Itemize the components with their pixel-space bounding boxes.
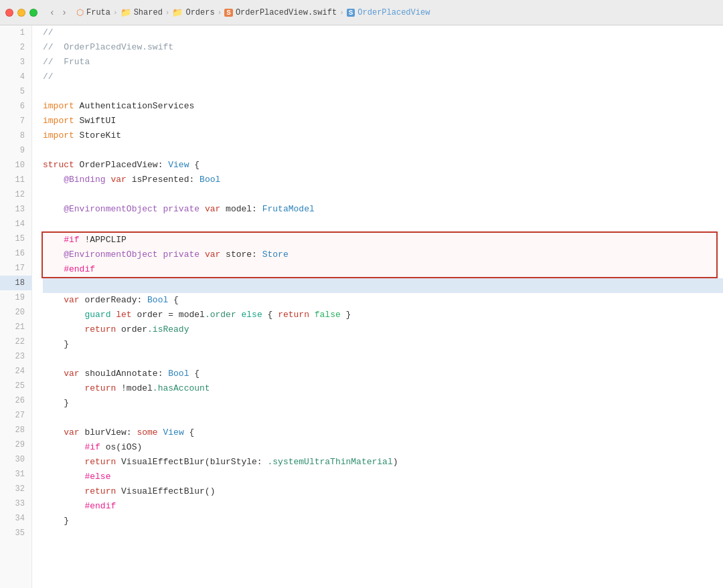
line-number-22: 22 (0, 334, 31, 349)
breadcrumb-swift-file-label: OrderPlacedView.swift (236, 8, 337, 17)
code-line-25[interactable]: return !model.hasAccount (43, 381, 723, 396)
titlebar: ‹ › ⬡ Fruta › 📁 Shared › 📁 Orders › S Or… (0, 0, 723, 25)
code-line-13[interactable]: @EnvironmentObject private var model: Fr… (43, 202, 723, 217)
breadcrumb-orders[interactable]: 📁 Orders (172, 7, 214, 18)
line-number-24: 24 (0, 364, 31, 379)
forward-arrow[interactable]: › (59, 7, 70, 18)
code-line-5[interactable] (43, 84, 723, 99)
line-number-27: 27 (0, 408, 31, 423)
line-number-23: 23 (0, 349, 31, 364)
code-line-35[interactable] (43, 528, 723, 543)
line-number-25: 25 (0, 379, 31, 393)
breadcrumb-fruta-label: Fruta (86, 8, 110, 17)
shared-folder-icon: 📁 (120, 7, 131, 18)
code-line-20[interactable]: guard let order = model.order else { ret… (43, 308, 723, 322)
code-line-17[interactable]: #endif (43, 262, 716, 277)
breadcrumb-fruta[interactable]: ⬡ Fruta (76, 7, 110, 18)
breadcrumb-orders-label: Orders (185, 8, 214, 17)
line-number-30: 30 (0, 452, 31, 467)
breadcrumb-shared-label: Shared (134, 8, 163, 17)
breadcrumb-sep-1: › (113, 9, 118, 17)
line-number-33: 33 (0, 496, 31, 511)
code-line-27[interactable] (43, 411, 723, 425)
line-number-35: 35 (0, 526, 31, 541)
code-content[interactable]: //// OrderPlacedView.swift// Fruta// imp… (32, 25, 723, 588)
code-line-34[interactable]: } (43, 514, 723, 528)
code-line-2[interactable]: // OrderPlacedView.swift (43, 40, 723, 55)
minimize-button[interactable] (17, 9, 25, 17)
line-number-12: 12 (0, 187, 31, 202)
line-number-3: 3 (0, 55, 31, 70)
line-number-20: 20 (0, 305, 31, 320)
breadcrumb-sep-2: › (165, 9, 170, 17)
line-numbers-gutter: 1234567891011121314151617181920212223242… (0, 25, 32, 588)
line-number-5: 5 (0, 84, 31, 99)
code-line-19[interactable]: var orderReady: Bool { (43, 293, 723, 308)
code-line-8[interactable]: import StoreKit (43, 128, 723, 143)
breadcrumb: ⬡ Fruta › 📁 Shared › 📁 Orders › S OrderP… (76, 7, 430, 18)
highlighted-block: #if !APPCLIP @EnvironmentObject private … (42, 231, 718, 278)
code-line-29[interactable]: #if os(iOS) (43, 440, 723, 455)
code-editor: 1234567891011121314151617181920212223242… (0, 25, 723, 588)
code-line-6[interactable]: import AuthenticationServices (43, 99, 723, 114)
code-line-21[interactable]: return order.isReady (43, 322, 723, 337)
line-number-34: 34 (0, 511, 31, 526)
code-line-33[interactable]: #endif (43, 499, 723, 514)
line-number-15: 15 (0, 231, 31, 246)
line-number-19: 19 (0, 290, 31, 305)
code-line-31[interactable]: #else (43, 470, 723, 484)
breadcrumb-sep-4: › (339, 9, 344, 17)
code-line-3[interactable]: // Fruta (43, 55, 723, 70)
code-line-22[interactable]: } (43, 337, 723, 352)
line-number-8: 8 (0, 128, 31, 143)
line-number-13: 13 (0, 202, 31, 217)
code-line-24[interactable]: var shouldAnnotate: Bool { (43, 367, 723, 381)
swift-file-icon: S (224, 9, 233, 17)
code-line-10[interactable]: struct OrderPlacedView: View { (43, 158, 723, 173)
line-number-11: 11 (0, 173, 31, 187)
code-line-1[interactable]: // (43, 25, 723, 40)
close-button[interactable] (5, 9, 13, 17)
code-line-11[interactable]: @Binding var isPresented: Bool (43, 173, 723, 187)
line-number-16: 16 (0, 246, 31, 261)
code-line-30[interactable]: return VisualEffectBlur(blurStyle: .syst… (43, 455, 723, 470)
code-line-7[interactable]: import SwiftUI (43, 114, 723, 128)
orders-folder-icon: 📁 (172, 7, 183, 18)
breadcrumb-shared[interactable]: 📁 Shared (120, 7, 163, 18)
code-line-4[interactable]: // (43, 70, 723, 84)
line-number-14: 14 (0, 217, 31, 231)
fruta-icon: ⬡ (76, 7, 84, 18)
code-line-9[interactable] (43, 143, 723, 158)
code-line-23[interactable] (43, 352, 723, 367)
navigation-arrows: ‹ › (47, 7, 70, 18)
line-number-31: 31 (0, 467, 31, 482)
code-line-14[interactable] (43, 217, 723, 231)
symbol-icon: S (347, 9, 355, 17)
line-number-7: 7 (0, 114, 31, 128)
breadcrumb-sep-3: › (218, 9, 222, 17)
line-number-18: 18 (0, 276, 31, 290)
line-number-26: 26 (0, 393, 31, 408)
code-line-28[interactable]: var blurView: some View { (43, 425, 723, 440)
line-number-32: 32 (0, 482, 31, 496)
line-number-4: 4 (0, 70, 31, 84)
code-line-15[interactable]: #if !APPCLIP (43, 233, 716, 248)
line-number-9: 9 (0, 143, 31, 158)
code-line-26[interactable]: } (43, 396, 723, 411)
line-number-17: 17 (0, 261, 31, 276)
breadcrumb-swift-file[interactable]: S OrderPlacedView.swift (224, 8, 337, 17)
line-number-29: 29 (0, 437, 31, 452)
breadcrumb-symbol-label: OrderPlacedView (357, 8, 430, 17)
line-number-1: 1 (0, 25, 31, 40)
maximize-button[interactable] (29, 9, 37, 17)
line-number-6: 6 (0, 99, 31, 114)
line-number-10: 10 (0, 158, 31, 173)
code-line-12[interactable] (43, 187, 723, 202)
breadcrumb-symbol[interactable]: S OrderPlacedView (347, 8, 430, 17)
line-number-21: 21 (0, 320, 31, 334)
code-line-18[interactable] (43, 278, 723, 293)
back-arrow[interactable]: ‹ (47, 7, 58, 18)
code-line-32[interactable]: return VisualEffectBlur() (43, 484, 723, 499)
line-number-28: 28 (0, 423, 31, 437)
code-line-16[interactable]: @EnvironmentObject private var store: St… (43, 248, 716, 262)
